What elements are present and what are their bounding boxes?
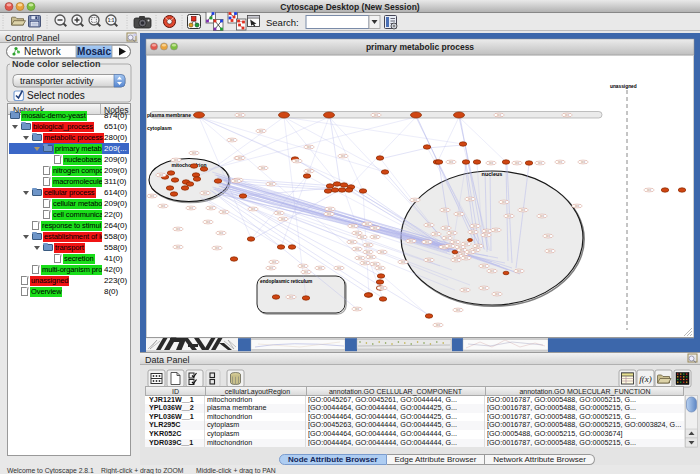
svg-text:endoplasmic reticulum: endoplasmic reticulum <box>260 279 312 284</box>
svg-text:cytoplasm: cytoplasm <box>147 125 172 131</box>
svg-text:f(x): f(x) <box>639 374 652 384</box>
svg-text:primary metabolic process: primary metabolic process <box>366 42 474 52</box>
svg-text:unassigned: unassigned <box>610 84 637 89</box>
svg-text:nucleus: nucleus <box>482 171 503 177</box>
svg-text:mitochondrion: mitochondrion <box>172 162 207 168</box>
svg-text:plasma membrane: plasma membrane <box>147 112 191 118</box>
